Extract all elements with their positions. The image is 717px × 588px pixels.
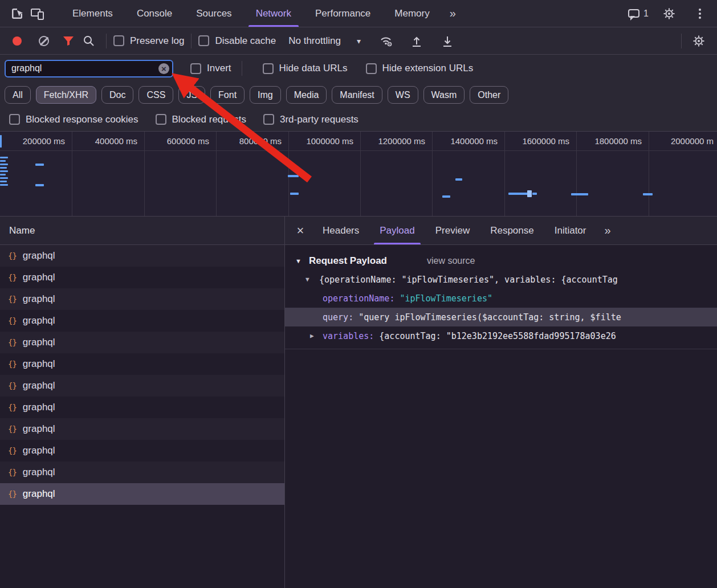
filter-funnel-icon[interactable] bbox=[58, 31, 79, 51]
panel-tab[interactable]: Performance bbox=[303, 0, 382, 27]
panel-tab[interactable]: Console bbox=[125, 0, 184, 27]
inspect-element-icon[interactable] bbox=[7, 3, 27, 24]
clear-network-log-icon[interactable] bbox=[39, 36, 49, 46]
details-tab[interactable]: Response bbox=[480, 217, 544, 244]
request-type-pill[interactable]: Doc bbox=[101, 86, 133, 104]
extra-filter-checkbox[interactable] bbox=[156, 114, 166, 125]
request-name: graphql bbox=[23, 380, 55, 391]
device-toolbar-icon[interactable] bbox=[27, 3, 48, 24]
preserve-log-label: Preserve log bbox=[130, 35, 184, 47]
clear-filter-icon[interactable]: × bbox=[158, 63, 169, 74]
request-type-pill[interactable]: CSS bbox=[138, 86, 173, 104]
close-icon[interactable]: × bbox=[288, 223, 312, 238]
throttling-dropdown[interactable]: No throttling ▾ bbox=[288, 35, 361, 47]
more-panels-icon[interactable]: » bbox=[442, 7, 464, 20]
search-icon[interactable] bbox=[79, 31, 99, 51]
issues-counter[interactable]: 1 bbox=[628, 9, 649, 19]
payload-entry-row[interactable]: ▶ query: "query ipFlowTimeseries($accoun… bbox=[285, 308, 717, 326]
divider bbox=[681, 34, 682, 48]
network-request-row[interactable]: {} graphql bbox=[0, 353, 284, 375]
expander-closed-icon[interactable]: ▶ bbox=[310, 332, 323, 340]
section-expander-icon[interactable]: ▼ bbox=[295, 258, 304, 264]
view-source-link[interactable]: view source bbox=[427, 256, 475, 266]
json-braces-icon: {} bbox=[8, 295, 17, 304]
timeline-overview[interactable]: 200000 ms400000 ms600000 ms800000 ms1000… bbox=[0, 132, 717, 217]
request-name: graphql bbox=[23, 402, 55, 413]
record-network-log-icon[interactable] bbox=[13, 36, 22, 46]
timeline-label: 400000 ms bbox=[75, 136, 137, 146]
disable-cache-checkbox[interactable] bbox=[198, 35, 209, 46]
network-request-row[interactable]: {} graphql bbox=[0, 483, 284, 505]
request-details-panel: × Headers Payload Preview Response Initi… bbox=[285, 217, 717, 588]
details-tab[interactable]: Initiator bbox=[544, 217, 597, 244]
details-tab[interactable]: Headers bbox=[312, 217, 369, 244]
payload-entry-row[interactable]: ▶ operationName: "ipFlowTimeseries" bbox=[285, 289, 717, 308]
json-braces-icon: {} bbox=[8, 468, 17, 477]
disable-cache-label: Disable cache bbox=[215, 35, 276, 47]
network-conditions-icon[interactable] bbox=[376, 31, 396, 51]
request-type-pill[interactable]: Font bbox=[210, 86, 245, 104]
payload-summary-row[interactable]: ▼ {operationName: "ipFlowTimeseries", va… bbox=[285, 270, 717, 289]
network-request-row[interactable]: {} graphql bbox=[0, 440, 284, 462]
preserve-log-checkbox[interactable] bbox=[113, 35, 124, 46]
network-request-row[interactable]: {} graphql bbox=[0, 310, 284, 332]
request-type-pill[interactable]: Media bbox=[286, 86, 327, 104]
network-settings-gear-icon[interactable] bbox=[689, 31, 709, 51]
json-braces-icon: {} bbox=[8, 403, 17, 412]
request-type-pill[interactable]: Wasm bbox=[423, 86, 465, 104]
network-request-row[interactable]: {} graphql bbox=[0, 375, 284, 397]
request-type-pill[interactable]: Other bbox=[470, 86, 508, 104]
extra-filter-checkbox[interactable] bbox=[9, 114, 20, 125]
details-tab[interactable]: Payload bbox=[369, 217, 425, 244]
extra-filter-item[interactable]: Blocked response cookies bbox=[9, 114, 138, 125]
panel-tab[interactable]: Memory bbox=[382, 0, 441, 27]
extra-filter-item[interactable]: Blocked requests bbox=[156, 114, 246, 125]
request-type-pill[interactable]: Manifest bbox=[332, 86, 382, 104]
network-request-row[interactable]: {} graphql bbox=[0, 418, 284, 440]
request-type-pill[interactable]: All bbox=[5, 86, 31, 104]
invert-label: Invert bbox=[207, 63, 231, 74]
network-request-row[interactable]: {} graphql bbox=[0, 267, 284, 288]
waterfall-bar bbox=[0, 177, 8, 179]
panel-tab[interactable]: Network bbox=[244, 0, 303, 27]
timeline-label: 1800000 ms bbox=[579, 136, 642, 146]
waterfall-bar bbox=[532, 193, 537, 195]
waterfall-bar bbox=[0, 157, 8, 158]
request-type-pill[interactable]: Fetch/XHR bbox=[36, 86, 96, 104]
export-har-icon[interactable] bbox=[437, 31, 458, 51]
divider bbox=[191, 34, 192, 48]
request-type-pill[interactable]: Img bbox=[250, 86, 281, 104]
network-request-row[interactable]: {} graphql bbox=[0, 332, 284, 353]
panel-tab[interactable]: Elements bbox=[60, 0, 125, 27]
extra-filter-checkbox[interactable] bbox=[263, 114, 274, 125]
more-detail-tabs-icon[interactable]: » bbox=[596, 224, 618, 237]
network-request-row[interactable]: {} graphql bbox=[0, 288, 284, 310]
network-request-row[interactable]: {} graphql bbox=[0, 462, 284, 483]
panel-tab[interactable]: Sources bbox=[184, 0, 243, 27]
import-har-icon[interactable] bbox=[406, 31, 427, 51]
request-name: graphql bbox=[23, 423, 55, 435]
request-name: graphql bbox=[23, 488, 55, 500]
payload-entry-row[interactable]: ▶ variables: {accountTag: "b12e3b2192ee5… bbox=[285, 326, 717, 345]
extra-filter-label: Blocked response cookies bbox=[26, 114, 138, 125]
request-type-pill[interactable]: JS bbox=[178, 86, 205, 104]
settings-gear-icon[interactable] bbox=[659, 3, 679, 24]
timeline-label: 1400000 ms bbox=[435, 136, 498, 146]
kebab-menu-icon[interactable] bbox=[690, 3, 710, 24]
name-column-header[interactable]: Name bbox=[0, 217, 284, 245]
invert-checkbox[interactable] bbox=[190, 63, 201, 74]
waterfall-bar bbox=[0, 174, 6, 175]
hide-data-urls-checkbox[interactable] bbox=[263, 63, 274, 74]
extra-filter-label: Blocked requests bbox=[172, 114, 246, 125]
network-filter-input[interactable] bbox=[5, 60, 173, 77]
request-type-pill[interactable]: WS bbox=[388, 86, 418, 104]
details-tab[interactable]: Preview bbox=[425, 217, 480, 244]
json-braces-icon: {} bbox=[8, 273, 17, 282]
waterfall-bar bbox=[0, 164, 8, 165]
extra-filter-item[interactable]: 3rd-party requests bbox=[263, 114, 358, 125]
network-request-row[interactable]: {} graphql bbox=[0, 397, 284, 418]
request-type-filters: All Fetch/XHR Doc CSS JS Font Img Media … bbox=[0, 82, 717, 108]
network-request-row[interactable]: {} graphql bbox=[0, 245, 284, 267]
hide-extension-urls-checkbox[interactable] bbox=[366, 63, 377, 74]
expander-open-icon[interactable]: ▼ bbox=[305, 276, 315, 283]
